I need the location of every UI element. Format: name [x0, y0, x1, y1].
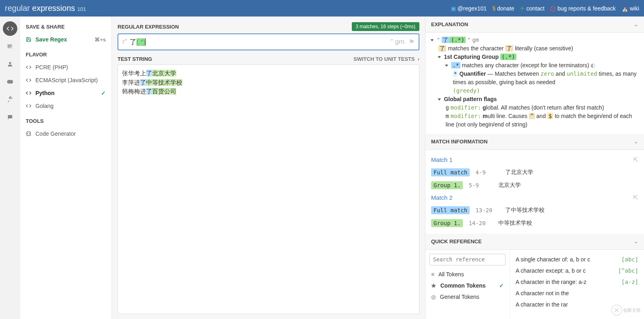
sidebar-icon-library[interactable]	[3, 39, 17, 54]
qr-category-general[interactable]: ◎General Tokens	[429, 291, 506, 302]
watermark: 创新互联	[611, 304, 641, 316]
switch-unit-tests-link[interactable]: SWITCH TO UNIT TESTS ›	[353, 56, 419, 62]
regex-label: REGULAR EXPRESSION	[118, 24, 179, 30]
qr-token-row[interactable]: A character in the range: a-z[a-z]	[516, 276, 638, 288]
app-logo[interactable]: regular expressions 101	[5, 4, 86, 13]
chevron-down-icon: ⌄	[634, 21, 638, 27]
flavor-pcre-php-[interactable]: PCRE (PHP)	[20, 61, 111, 74]
match-row: Full match13-20了中等技术学校	[431, 204, 638, 217]
header-link-donate[interactable]: $ donate	[492, 5, 514, 12]
qr-token-row[interactable]: A single character of: a, b or c[abc]	[516, 254, 638, 265]
sidebar-icon-settings[interactable]	[3, 92, 17, 107]
header-link-contact[interactable]: ✈ contact	[520, 5, 545, 12]
qr-token-row[interactable]: A character except: a, b or c[^abc]	[516, 265, 638, 276]
sidebar-icon-debugger[interactable]	[3, 75, 17, 89]
code-generator-button[interactable]: Code Generator	[20, 127, 111, 140]
test-string-input[interactable]: 张华考上了北京大学李萍进了中等技术学校韩梅梅进了百货公司	[118, 64, 419, 314]
sidebar-icon-regex[interactable]	[3, 21, 17, 36]
svg-point-0	[9, 62, 11, 64]
check-icon: ✓	[499, 282, 504, 289]
flavor-golang[interactable]: Golang	[20, 99, 111, 112]
section-flavor: FLAVOR	[20, 50, 111, 61]
header-link-bug[interactable]: ⨀ bug reports & feedback	[550, 5, 616, 12]
match-title: Match 1⇱	[431, 156, 638, 164]
match-info-header[interactable]: MATCH INFORMATION⌄	[425, 134, 644, 150]
save-regex-button[interactable]: Save Regex ⌘+s	[20, 33, 111, 46]
external-icon[interactable]: ⇱	[633, 156, 638, 164]
chevron-down-icon: ⌄	[634, 139, 638, 145]
qr-token-row[interactable]: A character not in the	[516, 288, 638, 299]
header-link-wiki[interactable]: ⛪ wiki	[621, 5, 639, 12]
save-shortcut: ⌘+s	[95, 37, 106, 43]
match-title: Match 2⇱	[431, 194, 638, 201]
flavor-python[interactable]: Python✓	[20, 87, 111, 99]
flavor-ecmascript-javascript-[interactable]: ECMAScript (JavaScript)	[20, 74, 111, 87]
match-row: Group 1.14-20中等技术学校	[431, 217, 638, 230]
test-string-label: TEST STRING	[118, 56, 152, 62]
quick-reference-header[interactable]: QUICK REFERENCE⌄	[425, 234, 644, 250]
flag-icon[interactable]: ⚑	[409, 38, 415, 46]
sidebar-icon-account[interactable]	[3, 57, 17, 71]
explanation-content: " 了(.*) " gm 了 matches the character 了 l…	[425, 33, 644, 134]
match-row: Group 1.5-9北京大学	[431, 179, 638, 192]
qr-category-star[interactable]: ★Common Tokens✓	[429, 280, 506, 291]
check-icon: ✓	[101, 90, 106, 96]
sidebar-icon-chat[interactable]	[3, 110, 17, 124]
match-row: Full match4-9了北京大学	[431, 166, 638, 179]
section-save-share: SAVE & SHARE	[20, 22, 111, 33]
search-reference-input[interactable]	[429, 254, 506, 265]
header-link-twitter[interactable]: ▣ @regex101	[451, 5, 487, 12]
qr-category-all[interactable]: ≡All Tokens	[429, 269, 506, 280]
section-tools: TOOLS	[20, 116, 111, 127]
external-icon[interactable]: ⇱	[633, 194, 638, 201]
regex-input[interactable]: r" 了(.*) " gm ⚑	[118, 33, 419, 50]
svg-rect-1	[7, 80, 13, 84]
chevron-down-icon: ⌄	[634, 238, 638, 244]
match-count-badge: 3 matches, 16 steps (~0ms)	[352, 22, 419, 31]
explanation-header[interactable]: EXPLANATION⌄	[425, 17, 644, 33]
